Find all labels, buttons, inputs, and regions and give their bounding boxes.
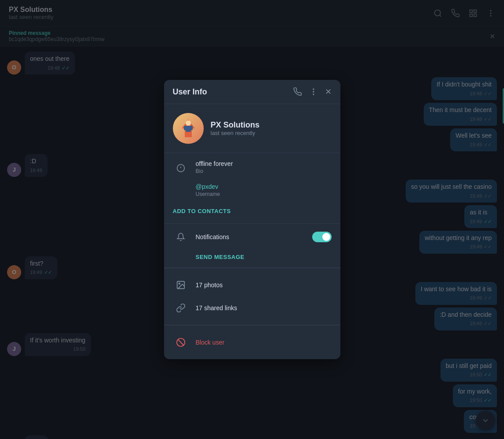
svg-point-21 [179, 283, 180, 284]
block-section: Block user [164, 325, 340, 359]
bio-value: offline forever [196, 160, 233, 167]
shared-links-row[interactable]: 17 shared links [173, 296, 332, 319]
svg-rect-16 [190, 126, 193, 130]
block-user-button[interactable]: Block user [173, 331, 332, 354]
notifications-label: Notifications [196, 233, 305, 240]
profile-name: PX Solutions [211, 120, 260, 130]
shared-links-label: 17 shared links [196, 304, 237, 311]
panel-title: User Info [173, 87, 207, 97]
info-icon [173, 160, 189, 176]
notifications-icon [173, 229, 189, 245]
svg-line-23 [178, 340, 183, 345]
panel-profile: PX Solutions last seen recently [164, 104, 340, 153]
bio-row: offline forever Bio [173, 160, 332, 176]
panel-info-section: offline forever Bio @pxdev Username ADD … [164, 153, 340, 223]
svg-point-13 [186, 120, 191, 126]
panel-more-icon[interactable] [309, 87, 318, 96]
block-label: Block user [196, 339, 224, 346]
svg-point-9 [313, 89, 314, 90]
svg-point-10 [313, 91, 314, 92]
media-section: 17 photos 17 shared links [164, 268, 340, 325]
block-icon [173, 334, 189, 350]
bio-label: Bio [196, 168, 233, 174]
svg-rect-15 [184, 126, 187, 130]
notifications-row: Notifications [164, 224, 340, 250]
add-to-contacts-button[interactable]: ADD TO CONTACTS [173, 206, 332, 216]
panel-header: User Info ✕ [164, 80, 340, 104]
toggle-knob [322, 233, 330, 241]
username-icon [173, 183, 189, 199]
panel-close-icon[interactable]: ✕ [325, 87, 332, 97]
panel-header-icons: ✕ [293, 87, 332, 97]
profile-avatar [173, 113, 204, 144]
svg-point-11 [313, 94, 314, 95]
photos-icon [173, 277, 189, 293]
user-info-panel: User Info ✕ [164, 80, 340, 359]
send-message-button[interactable]: SEND MESSAGE [164, 250, 340, 267]
profile-status: last seen recently [211, 130, 260, 136]
notifications-toggle[interactable] [312, 232, 332, 242]
panel-call-icon[interactable] [293, 87, 302, 96]
photos-label: 17 photos [196, 281, 223, 289]
username-row: @pxdev Username [173, 183, 332, 199]
username-value: @pxdev [196, 183, 220, 190]
username-label: Username [196, 191, 220, 197]
photos-row[interactable]: 17 photos [173, 274, 332, 296]
shared-links-icon [173, 300, 189, 316]
modal-overlay: User Info ✕ [0, 0, 504, 439]
